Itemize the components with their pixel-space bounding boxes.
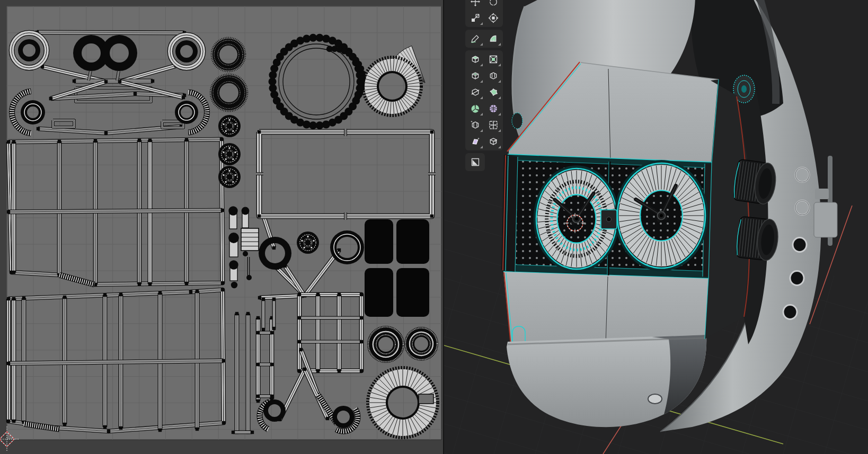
tool-knife-button[interactable] — [466, 84, 484, 100]
tool-move-button[interactable] — [466, 0, 484, 10]
uv-canvas[interactable] — [0, 0, 443, 454]
knife-icon — [470, 87, 481, 97]
tool-spin-button[interactable] — [466, 101, 484, 117]
spin-icon — [470, 103, 481, 114]
toolbar-group-annotation-tools — [465, 30, 503, 48]
center-knob[interactable] — [601, 210, 617, 229]
tool-poly-build-button[interactable] — [484, 84, 502, 100]
viewport-canvas[interactable] — [444, 0, 868, 454]
tool-edge-slide-button[interactable] — [466, 117, 484, 133]
tool-smooth-button[interactable] — [484, 101, 502, 117]
app-window — [0, 0, 868, 454]
rip-edge-icon — [470, 157, 481, 167]
toolbar-group-mesh-edit-tools — [465, 50, 503, 150]
annotate-icon — [470, 33, 481, 44]
smooth-icon — [488, 103, 499, 114]
tool-shrink-fatten-button[interactable] — [484, 117, 502, 133]
tool-rip-region-button[interactable] — [484, 133, 502, 149]
tool-annotate-button[interactable] — [466, 31, 484, 47]
add-cube-icon — [470, 54, 481, 65]
measure-icon — [488, 33, 499, 44]
shear-icon — [470, 136, 481, 147]
extrude-region-icon — [488, 54, 499, 65]
uv-editor-pane[interactable] — [0, 0, 443, 454]
shrink-fatten-icon — [488, 120, 499, 130]
tool-scale-button[interactable] — [466, 10, 484, 26]
viewport-3d-pane[interactable] — [444, 0, 868, 454]
tool-transform-button[interactable] — [484, 10, 502, 26]
toolbar-group-rip-tools — [465, 153, 485, 171]
tool-shear-button[interactable] — [466, 133, 484, 149]
bevel-icon — [488, 70, 499, 81]
move-icon — [470, 0, 481, 7]
edge-slide-icon — [470, 120, 481, 130]
tool-inset-faces-button[interactable] — [466, 68, 484, 84]
transform-icon — [488, 13, 499, 23]
poly-build-icon — [488, 87, 499, 97]
inset-faces-icon — [470, 70, 481, 81]
rotate-icon — [488, 0, 499, 7]
tool-rip-edge-button[interactable] — [466, 154, 484, 170]
viewport-toolbar[interactable] — [465, 0, 503, 171]
crown-2[interactable] — [736, 216, 780, 262]
lug-top-left[interactable] — [512, 113, 522, 129]
toolbar-group-transform-tools — [465, 0, 503, 27]
tool-bevel-button[interactable] — [484, 68, 502, 84]
right-dial[interactable] — [616, 162, 707, 270]
tool-measure-button[interactable] — [484, 31, 502, 47]
tool-rotate-button[interactable] — [484, 0, 502, 10]
tool-add-cube-button[interactable] — [466, 51, 484, 67]
tool-extrude-region-button[interactable] — [484, 51, 502, 67]
rip-region-icon — [488, 136, 499, 147]
scale-icon — [470, 13, 481, 23]
